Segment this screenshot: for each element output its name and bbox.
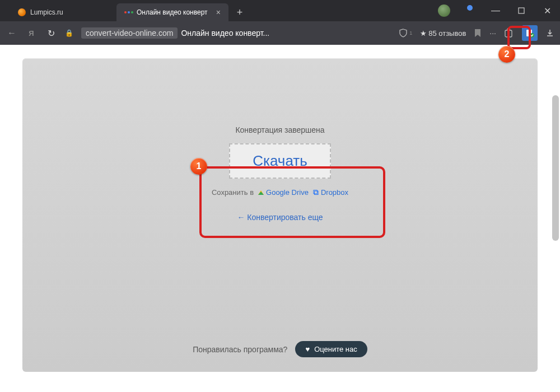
url-host: convert-video-online.com (81, 27, 178, 39)
downloads-icon[interactable] (545, 29, 554, 38)
rate-bar: Понравилась программа? ♥ Оцените нас (22, 341, 538, 357)
dropbox-text: Dropbox (321, 188, 348, 197)
extensions-icon[interactable] (504, 28, 514, 38)
dropbox-icon: ⧉ (313, 188, 319, 197)
annotation-badge-2: 2 (498, 46, 515, 63)
download-link[interactable]: Скачать (253, 152, 307, 169)
svg-rect-0 (519, 8, 524, 13)
save-row: Сохранить в Google Drive ⧉ Dropbox (212, 188, 348, 197)
profile-avatar[interactable] (431, 0, 457, 21)
annotation-badge-1: 1 (190, 158, 207, 175)
download-manager-icon[interactable] (522, 25, 538, 41)
dropbox-link[interactable]: ⧉ Dropbox (313, 188, 348, 197)
scrollbar-thumb[interactable] (552, 95, 559, 241)
reload-button[interactable]: ↻ (45, 28, 57, 39)
yandex-logo-icon[interactable]: Я (26, 27, 37, 39)
tab-lumpics[interactable]: Lumpics.ru (10, 3, 116, 21)
lock-icon[interactable]: 🔒 (65, 29, 73, 37)
reviews-link[interactable]: ★ 85 отзывов (420, 29, 466, 38)
heart-icon: ♥ (305, 345, 310, 353)
maximize-button[interactable] (508, 0, 534, 21)
favicon-dots-icon (124, 8, 132, 16)
tab-bar: Lumpics.ru Онлайн видео конверт × + ― ✕ (0, 0, 560, 21)
google-drive-link[interactable]: Google Drive (258, 188, 309, 197)
google-drive-icon (258, 190, 264, 195)
rate-button-label: Оцените нас (314, 345, 357, 353)
favicon-orange-icon (18, 8, 26, 16)
rate-question: Понравилась программа? (193, 345, 287, 354)
more-icon[interactable]: ··· (489, 29, 496, 38)
converter-panel: Конвертация завершена Скачать Сохранить … (22, 58, 538, 372)
tab-title: Онлайн видео конверт (137, 8, 208, 16)
back-button[interactable]: ← (6, 28, 18, 38)
rate-button[interactable]: ♥ Оцените нас (295, 341, 367, 357)
svg-rect-1 (505, 30, 512, 37)
close-window-button[interactable]: ✕ (534, 0, 560, 21)
status-text: Конвертация завершена (235, 125, 324, 134)
tab-title: Lumpics.ru (30, 8, 63, 16)
bookmark-icon[interactable] (474, 29, 482, 38)
notification-icon[interactable] (457, 0, 483, 21)
tab-converter[interactable]: Онлайн видео конверт × (116, 3, 228, 21)
reviews-text: 85 отзывов (428, 29, 466, 38)
new-tab-button[interactable]: + (232, 4, 248, 20)
url-box[interactable]: convert-video-online.com Онлайн видео ко… (81, 27, 269, 39)
address-bar: ← Я ↻ 🔒 convert-video-online.com Онлайн … (0, 21, 560, 45)
google-drive-text: Google Drive (266, 188, 309, 197)
minimize-button[interactable]: ― (483, 0, 508, 21)
convert-again-link[interactable]: ← Конвертировать еще (237, 213, 323, 222)
url-title: Онлайн видео конверт... (181, 29, 269, 38)
download-button[interactable]: Скачать (229, 143, 331, 179)
close-icon[interactable]: × (216, 8, 221, 17)
shield-icon[interactable]: 1 (399, 29, 412, 38)
save-label: Сохранить в (212, 188, 254, 197)
svg-rect-2 (507, 29, 510, 31)
